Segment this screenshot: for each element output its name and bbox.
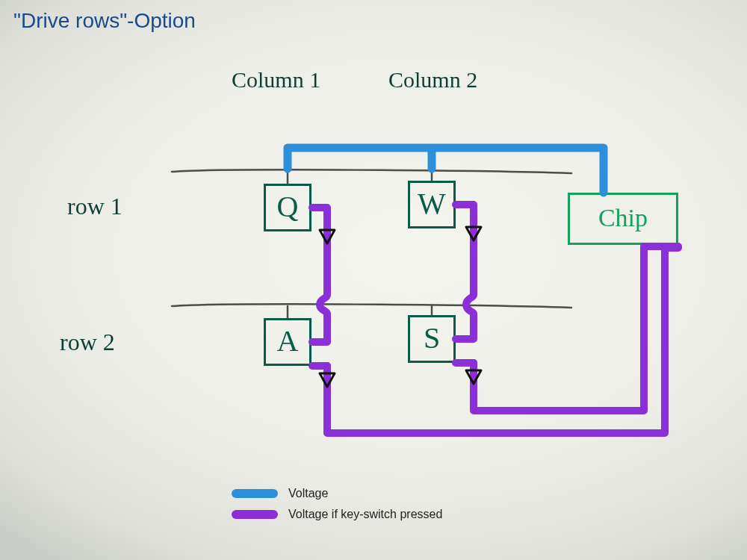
key-q: Q <box>264 184 311 231</box>
diode-a-icon <box>320 373 335 387</box>
pencil-row1 <box>172 169 571 173</box>
row-1-label: row 1 <box>67 193 123 220</box>
legend-voltage-pressed-label: Voltage if key-switch pressed <box>288 508 442 521</box>
page-title: "Drive rows"-Option <box>13 9 196 33</box>
diode-w-icon <box>466 227 481 240</box>
diode-q-icon <box>320 230 335 243</box>
legend-voltage-pressed: Voltage if key-switch pressed <box>232 508 442 521</box>
chip: Chip <box>568 193 678 245</box>
key-s: S <box>408 315 456 363</box>
legend-voltage-swatch <box>232 489 278 498</box>
legend-voltage-label: Voltage <box>288 487 328 500</box>
legend: Voltage Voltage if key-switch pressed <box>232 487 442 529</box>
key-w: W <box>408 181 456 228</box>
wiring-overlay <box>0 0 747 560</box>
key-a: A <box>264 318 311 366</box>
column-1-label: Column 1 <box>232 67 320 93</box>
row-2-label: row 2 <box>60 329 115 356</box>
legend-voltage-pressed-swatch <box>232 510 278 519</box>
pencil-row2 <box>172 304 571 308</box>
diode-s-icon <box>466 370 481 384</box>
legend-voltage: Voltage <box>232 487 442 500</box>
diagram-canvas: "Drive rows"-Option Column 1 Column 2 ro… <box>0 0 747 560</box>
column-2-label: Column 2 <box>388 67 477 93</box>
